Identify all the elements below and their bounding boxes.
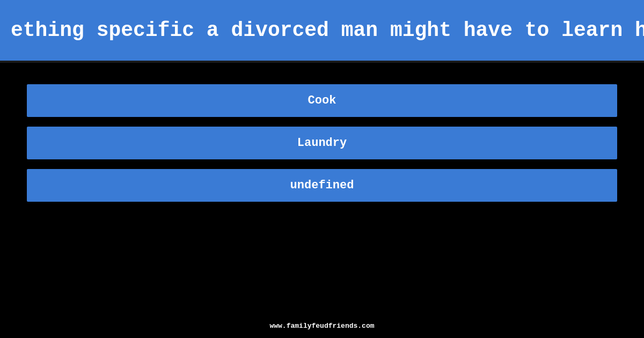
answer-button-1[interactable]: Cook — [27, 84, 617, 117]
answers-container: Cook Laundry undefined — [0, 68, 644, 218]
footer-url: www.familyfeudfriends.com — [0, 322, 644, 330]
answer-button-2[interactable]: Laundry — [27, 127, 617, 159]
question-text: ething specific a divorced man might hav… — [11, 19, 644, 42]
answer-button-3[interactable]: undefined — [27, 169, 617, 202]
question-banner: ething specific a divorced man might hav… — [0, 0, 644, 63]
